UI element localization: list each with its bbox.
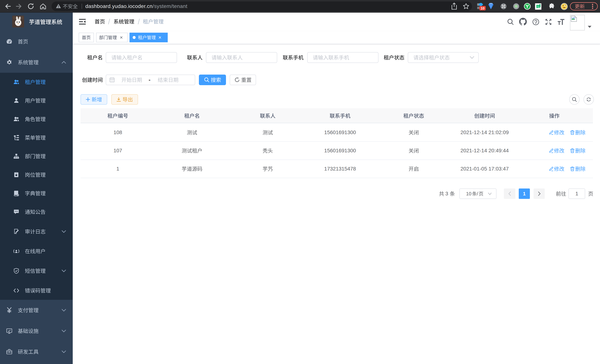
svg-text:10: 10 — [480, 6, 484, 10]
